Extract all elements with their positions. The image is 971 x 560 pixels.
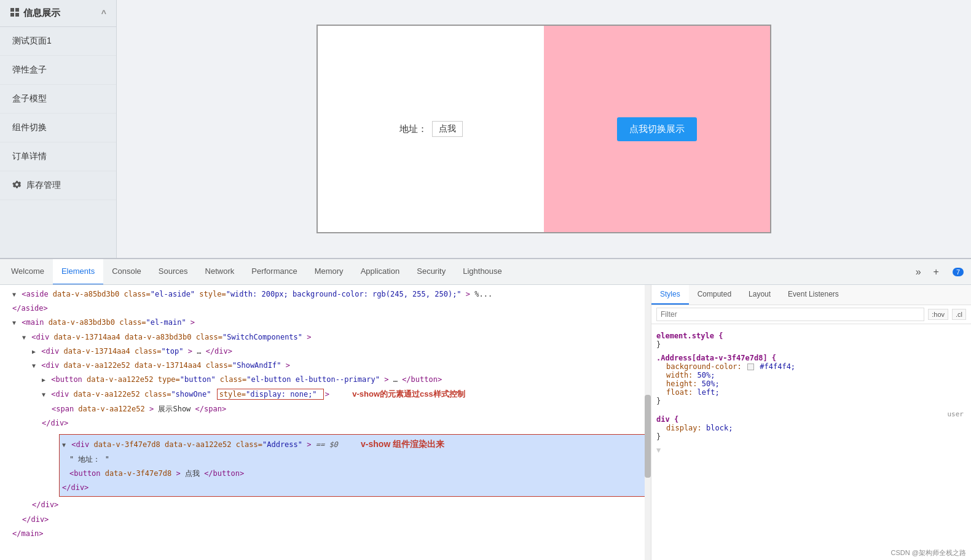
- style-selector-address: .Address[data-v-3f47e7d8] {: [656, 354, 966, 362]
- svg-rect-0: [10, 8, 14, 12]
- sidebar-item-testpage1[interactable]: 测试页面1: [0, 27, 116, 56]
- elements-line-switch[interactable]: <div data-v-13714aa4 data-v-a83bd3b0 cla…: [0, 330, 651, 344]
- arrow-aside[interactable]: [12, 291, 16, 298]
- elements-line-address[interactable]: <div data-v-3f47e7d8 data-v-aa122e52 cla…: [62, 436, 645, 452]
- elements-line-main-close[interactable]: </main>: [0, 527, 651, 541]
- arrow-top[interactable]: [32, 348, 36, 355]
- annotation-vshow-css: v-show的元素通过css样式控制: [352, 389, 465, 399]
- elements-line-aside-close[interactable]: </aside>: [0, 301, 651, 316]
- styles-tabs: Styles Computed Layout Event Listeners: [651, 285, 971, 305]
- tab-performance[interactable]: Performance: [243, 259, 305, 285]
- elements-line-address-text[interactable]: " 地址： ": [62, 453, 645, 467]
- style-prop-float: float: left;: [656, 388, 966, 397]
- devtools-panel: Welcome Elements Console Sources Network…: [0, 258, 971, 560]
- elements-line-address-close[interactable]: </div>: [62, 481, 645, 495]
- style-source-div: user: [948, 410, 967, 424]
- arrow-main[interactable]: [12, 319, 16, 326]
- devtools-tabs: Welcome Elements Console Sources Network…: [0, 259, 971, 285]
- sidebar-item-boxmodel[interactable]: 盒子模型: [0, 85, 116, 114]
- tab-application[interactable]: Application: [352, 259, 409, 285]
- styles-content: element.style { } .Address[data-v-3f47e7…: [651, 324, 971, 560]
- tab-elements[interactable]: Elements: [53, 259, 103, 285]
- style-rule-div: div { user display: block; }: [656, 410, 966, 441]
- style-prop-width: width: 50%;: [656, 371, 966, 379]
- elements-line-showone[interactable]: <div data-v-aa122e52 class="showOne" sty…: [0, 387, 651, 402]
- elements-line-top[interactable]: <div data-v-13714aa4 class="top" > … </d…: [0, 344, 651, 359]
- devtools-counter: 7: [953, 268, 964, 276]
- elements-line-empty: [0, 430, 651, 433]
- more-tabs-button[interactable]: »: [910, 259, 927, 285]
- style-selector-element: element.style {: [656, 332, 966, 340]
- color-swatch-f4f4f4[interactable]: [747, 364, 754, 370]
- tab-welcome[interactable]: Welcome: [2, 259, 53, 285]
- gear-icon: [12, 180, 22, 191]
- style-div-close: }: [656, 432, 966, 441]
- styles-tab-layout[interactable]: Layout: [740, 285, 779, 305]
- style-selector-div: div {: [656, 415, 678, 424]
- tab-memory[interactable]: Memory: [306, 259, 352, 285]
- tab-security[interactable]: Security: [408, 259, 454, 285]
- styles-filter-row: :hov .cl: [651, 305, 971, 324]
- styles-hov-button[interactable]: :hov: [928, 309, 948, 320]
- arrow-showone[interactable]: [42, 391, 45, 398]
- tab-lighthouse[interactable]: Lighthouse: [454, 259, 511, 285]
- sidebar-item-flexbox[interactable]: 弹性盒子: [0, 56, 116, 85]
- styles-filter-input[interactable]: [656, 308, 924, 321]
- main-preview: 地址： 点我 点我切换展示: [117, 0, 971, 258]
- preview-left-panel: 地址： 点我: [318, 26, 544, 232]
- elements-line-showone-close[interactable]: </div>: [0, 416, 651, 430]
- style-continued-indicator: ▼: [656, 446, 661, 454]
- switch-button[interactable]: 点我切换展示: [617, 117, 697, 141]
- sidebar-item-inventory-label: 库存管理: [26, 180, 61, 191]
- browser-preview: 地址： 点我 点我切换展示: [316, 25, 771, 233]
- devtools-counter-area: 7: [945, 268, 969, 276]
- elements-line-address-group[interactable]: <div data-v-3f47e7d8 data-v-aa122e52 cla…: [59, 434, 648, 497]
- svg-rect-3: [15, 13, 19, 17]
- styles-cl-button[interactable]: .cl: [952, 309, 966, 320]
- styles-tab-eventlisteners[interactable]: Event Listeners: [779, 285, 847, 305]
- arrow-switch[interactable]: [22, 334, 26, 341]
- elements-line-main[interactable]: <main data-v-a83bd3b0 class="el-main" >: [0, 316, 651, 330]
- elements-line-showandif-close[interactable]: </div>: [0, 498, 651, 512]
- dianwo-button[interactable]: 点我: [432, 121, 463, 137]
- scrollbar-track[interactable]: [645, 285, 651, 560]
- style-prop-height: height: 50%;: [656, 379, 966, 388]
- arrow-showandif[interactable]: [32, 362, 36, 369]
- tab-network[interactable]: Network: [197, 259, 243, 285]
- sidebar-item-orderdetail[interactable]: 订单详情: [0, 142, 116, 171]
- tab-sources[interactable]: Sources: [150, 259, 197, 285]
- elements-line-span-show[interactable]: <span data-v-aa122e52 > 展示Show </span>: [0, 402, 651, 416]
- sidebar-item-componentswitch[interactable]: 组件切换: [0, 114, 116, 142]
- elements-line-button[interactable]: <button data-v-aa122e52 type="button" cl…: [0, 373, 651, 387]
- style-prop-display: display: block;: [656, 424, 966, 432]
- elements-line-aside[interactable]: <aside data-v-a85bd3b0 class="el-aside" …: [0, 287, 651, 301]
- arrow-button[interactable]: [42, 376, 45, 383]
- sidebar-item-inventory[interactable]: 库存管理: [0, 171, 116, 200]
- tab-console[interactable]: Console: [103, 259, 150, 285]
- sidebar-title: 信息展示: [23, 7, 60, 19]
- sidebar-header: 信息展示 ^: [0, 0, 116, 27]
- styles-tab-computed[interactable]: Computed: [689, 285, 740, 305]
- annotation-vshow-render: v-show 组件渲染出来: [361, 439, 444, 449]
- elements-line-address-button[interactable]: <button data-v-3f47e7d8 > 点我 </button>: [62, 467, 645, 481]
- csdn-watermark: CSDN @架构师全栈之路: [891, 548, 966, 558]
- svg-rect-2: [10, 13, 14, 17]
- add-tab-button[interactable]: +: [927, 259, 945, 285]
- style-more-rules: ▼: [656, 446, 966, 454]
- style-rule-element-close: }: [656, 340, 966, 349]
- style-prop-bgcolor: background-color: #f4f4f4;: [656, 362, 966, 371]
- styles-tab-styles[interactable]: Styles: [651, 285, 689, 305]
- arrow-address[interactable]: [62, 441, 66, 448]
- style-display-none: style="display: none;": [217, 389, 324, 400]
- elements-line-switch-close[interactable]: </div>: [0, 513, 651, 527]
- preview-right-panel: 点我切换展示: [544, 26, 770, 232]
- collapse-icon[interactable]: ^: [101, 9, 106, 18]
- style-rule-address: .Address[data-v-3f47e7d8] { background-c…: [656, 354, 966, 405]
- elements-panel[interactable]: <aside data-v-a85bd3b0 class="el-aside" …: [0, 285, 651, 560]
- address-label: 地址：: [399, 123, 427, 135]
- scrollbar-thumb[interactable]: [645, 395, 651, 477]
- grid-icon: [10, 7, 20, 19]
- devtools-body: <aside data-v-a85bd3b0 class="el-aside" …: [0, 285, 971, 560]
- style-address-close: }: [656, 397, 966, 405]
- elements-line-showandif[interactable]: <div data-v-aa122e52 data-v-13714aa4 cla…: [0, 359, 651, 373]
